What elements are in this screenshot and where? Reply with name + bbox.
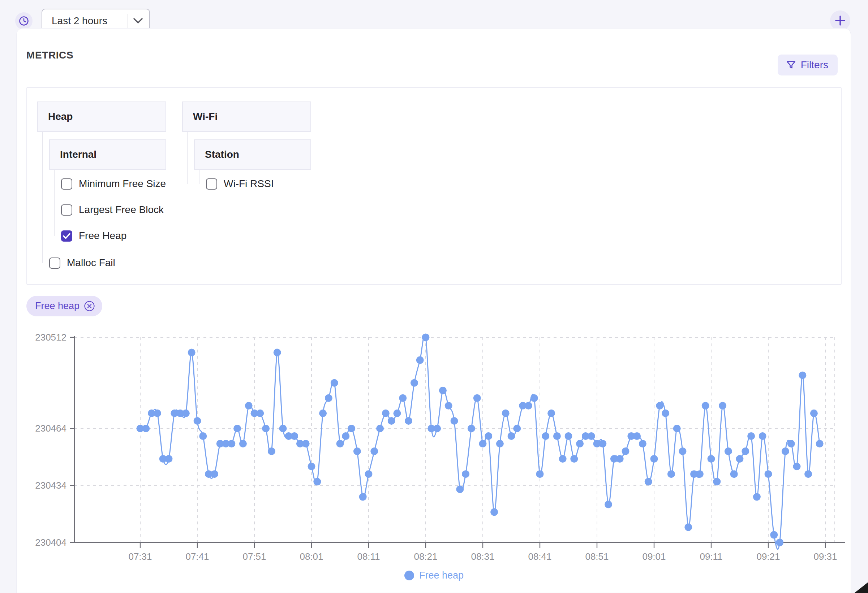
metric-row-malloc-fail: Malloc Fail: [37, 250, 166, 276]
group-children: Wi-Fi RSSI: [194, 171, 311, 197]
checkbox-free-heap[interactable]: [61, 230, 72, 241]
group-label: Wi-Fi: [193, 111, 217, 122]
tree-column-wi-fi: Wi-FiStationWi-Fi RSSI: [182, 102, 311, 198]
filters-label: Filters: [801, 59, 828, 71]
metric-group-header-station: Station: [194, 140, 311, 170]
metric-group-header-wi-fi: Wi-Fi: [182, 102, 311, 132]
filter-funnel-icon: [785, 60, 796, 71]
checkbox-minimum-free-size[interactable]: [61, 178, 72, 190]
metrics-tree-panel: HeapInternalMinimum Free SizeLargest Fre…: [27, 87, 841, 285]
tree-connector-line: [187, 132, 187, 184]
metric-label: Malloc Fail: [67, 257, 115, 269]
legend-series-dot: [404, 571, 414, 580]
group-children: StationWi-Fi RSSI: [182, 140, 311, 197]
chip-remove-icon[interactable]: [84, 300, 95, 312]
checkbox-largest-free-block[interactable]: [61, 205, 72, 216]
metric-group-internal: InternalMinimum Free SizeLargest Free Bl…: [49, 140, 166, 249]
plus-icon: [835, 15, 846, 26]
metric-group-station: StationWi-Fi RSSI: [194, 140, 311, 197]
metrics-card: METRICS Filters HeapInternalMinimum Free…: [16, 28, 851, 593]
group-label: Internal: [60, 149, 96, 160]
group-label: Heap: [48, 111, 72, 122]
metric-group-header-internal: Internal: [49, 140, 166, 170]
metric-row-wi-fi-rssi: Wi-Fi RSSI: [194, 171, 311, 197]
tree-connector-line: [199, 170, 199, 184]
group-children: Minimum Free SizeLargest Free BlockFree …: [49, 171, 166, 249]
metric-row-largest-free-block: Largest Free Block: [49, 197, 166, 223]
tree-column-heap: HeapInternalMinimum Free SizeLargest Fre…: [37, 102, 166, 276]
metric-label: Free Heap: [79, 230, 127, 241]
tree-connector-line: [42, 132, 43, 263]
checkbox-malloc-fail[interactable]: [49, 258, 61, 269]
tree-connector-line: [54, 170, 55, 236]
metrics-tree: HeapInternalMinimum Free SizeLargest Fre…: [37, 102, 831, 276]
time-range-clock-button[interactable]: [15, 12, 32, 29]
group-children: InternalMinimum Free SizeLargest Free Bl…: [37, 140, 166, 276]
legend-series-label: Free heap: [419, 570, 464, 581]
filters-button[interactable]: Filters: [778, 54, 838, 75]
chevron-down-icon: [128, 18, 149, 24]
checkbox-wi-fi-rssi[interactable]: [206, 178, 217, 190]
metric-group-header-heap: Heap: [37, 102, 166, 132]
chart-legend[interactable]: Free heap: [0, 570, 868, 581]
metric-group-heap: HeapInternalMinimum Free SizeLargest Fre…: [37, 102, 166, 276]
mouse-cursor: [851, 579, 868, 593]
top-toolbar: Last 2 hours: [0, 0, 868, 28]
group-label: Station: [205, 149, 239, 160]
metric-label: Largest Free Block: [79, 204, 164, 216]
clock-icon: [18, 16, 29, 26]
metric-row-minimum-free-size: Minimum Free Size: [49, 171, 166, 197]
add-panel-button[interactable]: [830, 10, 850, 31]
metric-row-free-heap: Free Heap: [49, 223, 166, 249]
page-title: METRICS: [27, 50, 73, 61]
chip-label: Free heap: [35, 300, 80, 312]
selected-metric-chip[interactable]: Free heap: [27, 296, 102, 316]
metric-label: Wi-Fi RSSI: [224, 178, 273, 190]
metric-group-wi-fi: Wi-FiStationWi-Fi RSSI: [182, 102, 311, 197]
metric-label: Minimum Free Size: [79, 178, 166, 190]
time-range-value: Last 2 hours: [42, 15, 128, 27]
